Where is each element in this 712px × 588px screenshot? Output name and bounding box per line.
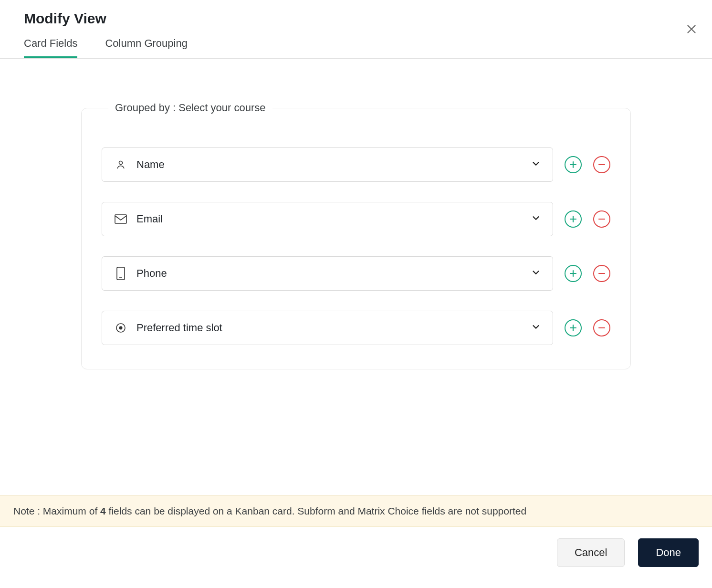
plus-icon	[569, 270, 577, 277]
dialog-header: Modify View Card Fields Column Grouping	[0, 0, 712, 59]
modify-view-dialog: Modify View Card Fields Column Grouping …	[0, 0, 712, 588]
minus-icon	[598, 270, 606, 277]
remove-field-button[interactable]	[593, 210, 610, 228]
minus-icon	[598, 324, 606, 332]
remove-field-button[interactable]	[593, 156, 610, 173]
tab-column-grouping[interactable]: Column Grouping	[105, 37, 187, 58]
person-icon	[114, 159, 128, 170]
chevron-down-icon	[531, 213, 541, 225]
content: Grouped by : Select your course Name	[0, 59, 712, 495]
svg-rect-1	[115, 215, 126, 223]
dialog-footer: Cancel Done	[0, 527, 712, 588]
remove-field-button[interactable]	[593, 265, 610, 282]
close-icon	[685, 23, 698, 35]
minus-icon	[598, 161, 606, 168]
field-row: Name	[102, 147, 610, 182]
field-select-name[interactable]: Name	[102, 147, 553, 182]
tabs: Card Fields Column Grouping	[24, 37, 688, 58]
chevron-down-icon	[531, 322, 541, 334]
plus-icon	[569, 324, 577, 332]
done-button[interactable]: Done	[638, 538, 699, 567]
remove-field-button[interactable]	[593, 319, 610, 336]
field-row: Email	[102, 202, 610, 236]
note-suffix: fields can be displayed on a Kanban card…	[106, 505, 526, 516]
dialog-title: Modify View	[24, 10, 688, 27]
field-select-timeslot[interactable]: Preferred time slot	[102, 311, 553, 345]
note-prefix: Note : Maximum of	[13, 505, 100, 516]
note-bar: Note : Maximum of 4 fields can be displa…	[0, 495, 712, 527]
plus-icon	[569, 215, 577, 223]
field-row: Preferred time slot	[102, 311, 610, 345]
field-label: Name	[136, 158, 531, 171]
mail-icon	[114, 214, 128, 224]
close-button[interactable]	[685, 23, 698, 37]
add-field-button[interactable]	[565, 210, 582, 228]
tab-card-fields[interactable]: Card Fields	[24, 37, 77, 58]
field-label: Preferred time slot	[136, 322, 531, 334]
add-field-button[interactable]	[565, 156, 582, 173]
minus-icon	[598, 215, 606, 223]
field-select-email[interactable]: Email	[102, 202, 553, 236]
cancel-button[interactable]: Cancel	[557, 538, 625, 567]
field-select-phone[interactable]: Phone	[102, 256, 553, 291]
group-legend: Grouped by : Select your course	[108, 102, 272, 114]
svg-point-0	[119, 161, 123, 165]
field-label: Email	[136, 213, 531, 225]
note-count: 4	[100, 505, 106, 516]
field-row: Phone	[102, 256, 610, 291]
plus-icon	[569, 161, 577, 168]
phone-device-icon	[114, 267, 128, 280]
radio-icon	[114, 322, 128, 334]
svg-point-5	[119, 326, 123, 330]
field-label: Phone	[136, 267, 531, 280]
group-fieldset: Grouped by : Select your course Name	[81, 102, 631, 369]
add-field-button[interactable]	[565, 319, 582, 336]
chevron-down-icon	[531, 267, 541, 280]
chevron-down-icon	[531, 158, 541, 171]
add-field-button[interactable]	[565, 265, 582, 282]
